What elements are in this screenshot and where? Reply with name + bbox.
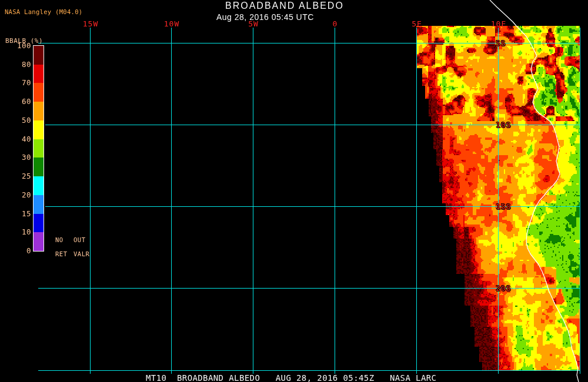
lon-label: 10E	[491, 19, 506, 28]
footer-caption: MT10 BROADBAND ALBEDO AUG 28, 2016 05:45…	[146, 373, 436, 382]
colorbar-tick: 25	[8, 172, 31, 180]
colorbar-segment	[34, 120, 44, 139]
colorbar	[33, 45, 44, 252]
timestamp-subtitle: Aug 28, 2016 05:45 UTC	[216, 12, 314, 22]
flag-label: RET	[55, 250, 67, 257]
colorbar-segment	[34, 102, 44, 120]
lon-label: 5E	[412, 19, 422, 28]
colorbar-tick: 10	[8, 227, 31, 236]
flag-label: OUT	[74, 236, 85, 243]
page-title: BROADBAND ALBEDO	[225, 1, 344, 11]
colorbar-tick: 0	[8, 246, 31, 255]
colorbar-segment	[34, 214, 44, 233]
colorbar-segment	[34, 195, 44, 214]
colorbar-tick: 70	[8, 78, 31, 87]
colorbar-segment	[34, 158, 44, 176]
nasa-langley-credit: NASA Langley (M04.0)	[5, 8, 82, 15]
colorbar-segment	[34, 83, 44, 102]
flag-label: VALR	[74, 250, 89, 257]
colorbar-segment	[34, 139, 44, 158]
colorbar-tick: 50	[8, 116, 31, 125]
colorbar-tick: 30	[8, 153, 31, 162]
colorbar-segment	[34, 65, 44, 83]
albedo-map-canvas	[0, 0, 588, 382]
colorbar-tick: 20	[8, 190, 31, 199]
lon-label: 10W	[164, 19, 179, 28]
colorbar-tick: 15	[8, 209, 31, 218]
lat-label: 15S	[496, 202, 511, 211]
lat-label: 10S	[496, 120, 511, 129]
albedo-product-window: NASA Langley (M04.0) BROADBAND ALBEDO Au…	[0, 0, 588, 382]
colorbar-segment	[34, 232, 44, 251]
colorbar-tick: 80	[8, 60, 31, 69]
flag-label: NO	[55, 236, 64, 243]
colorbar-tick: 60	[8, 97, 31, 106]
colorbar-segment	[34, 176, 44, 195]
lon-label: 15W	[83, 19, 98, 28]
colorbar-tick: 100	[8, 41, 31, 50]
lon-label: 0	[333, 19, 338, 28]
lat-label: 5S	[496, 39, 506, 48]
colorbar-segment	[34, 46, 44, 65]
colorbar-tick: 40	[8, 135, 31, 143]
lat-label: 20S	[496, 284, 511, 293]
lon-label: 5W	[248, 19, 259, 28]
